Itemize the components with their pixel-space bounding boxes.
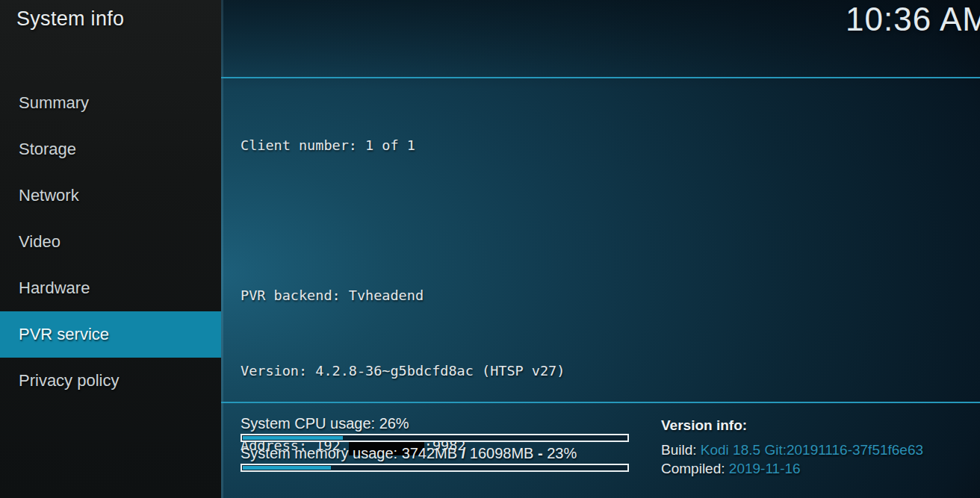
memory-usage-label: System memory usage: 3742MB / 16098MB - … xyxy=(241,445,577,462)
backend-version-line: Version: 4.2.8-36~g5bdcfd8ac (HTSP v27) xyxy=(241,358,565,384)
blank-line xyxy=(241,208,565,234)
version-info-panel: Version info: Build: Kodi 18.5 Git:20191… xyxy=(661,416,923,478)
cpu-usage-label: System CPU usage: 26% xyxy=(241,415,409,432)
clock: 10:36 AM xyxy=(846,1,980,38)
compiled-value: 2019-11-16 xyxy=(729,461,801,476)
sidebar-item-label: Summary xyxy=(19,93,89,113)
version-info-title: Version info: xyxy=(661,416,923,435)
sidebar-item-storage[interactable]: Storage xyxy=(0,126,221,172)
memory-usage-percent: 23% xyxy=(543,445,577,461)
compiled-label: Compiled: xyxy=(661,461,729,476)
sidebar-item-label: Video xyxy=(19,232,61,252)
top-divider-line xyxy=(221,77,980,78)
content-left-edge xyxy=(221,0,223,498)
memory-usage-text: System memory usage: 3742MB xyxy=(241,445,462,461)
sidebar: System info Summary Storage Network Vide… xyxy=(0,0,221,498)
sidebar-item-label: PVR service xyxy=(19,325,109,344)
client-number-line: Client number: 1 of 1 xyxy=(241,133,565,158)
compiled-line: Compiled: 2019-11-16 xyxy=(661,459,923,478)
memory-usage-dash: - xyxy=(538,445,543,461)
sidebar-item-label: Storage xyxy=(19,140,76,159)
sidebar-item-hardware[interactable]: Hardware xyxy=(0,265,221,311)
sidebar-item-label: Network xyxy=(19,186,79,205)
sidebar-item-summary[interactable]: Summary xyxy=(0,80,221,126)
sidebar-item-network[interactable]: Network xyxy=(0,172,221,219)
memory-usage-progressbar xyxy=(241,464,629,472)
sidebar-item-pvr-service[interactable]: PVR service xyxy=(0,311,221,358)
page-title: System info xyxy=(16,7,124,31)
cpu-usage-progressbar xyxy=(241,434,629,442)
build-line: Build: Kodi 18.5 Git:20191116-37f51f6e63 xyxy=(661,441,923,459)
sidebar-item-video[interactable]: Video xyxy=(0,219,221,265)
memory-usage-total: 16098MB xyxy=(465,445,538,461)
memory-usage-fill xyxy=(243,466,331,470)
pvr-backend-line: PVR backend: Tvheadend xyxy=(241,283,565,308)
sidebar-item-label: Privacy policy xyxy=(19,371,119,390)
sidebar-item-label: Hardware xyxy=(19,278,90,298)
cpu-usage-fill xyxy=(243,436,343,440)
build-label: Build: xyxy=(661,442,701,458)
build-value: Kodi 18.5 Git:20191116-37f51f6e63 xyxy=(701,442,923,458)
sidebar-menu: Summary Storage Network Video Hardware P… xyxy=(0,80,221,404)
sidebar-item-privacy-policy[interactable]: Privacy policy xyxy=(0,358,221,404)
